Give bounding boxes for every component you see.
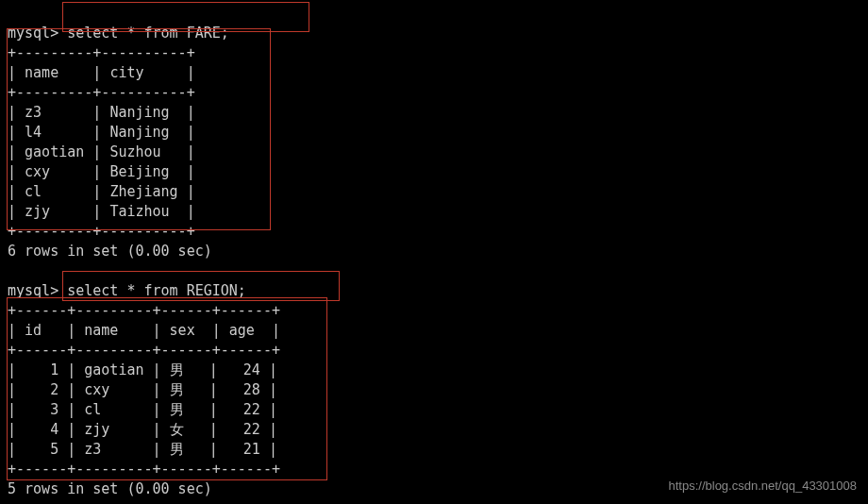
fare-cell: zjy [25,203,50,220]
fare-cell: Zhejiang [109,183,177,200]
region-cell: 24 [243,361,260,378]
col-age: age [229,322,255,339]
region-cell: z3 [84,441,101,458]
col-name: name [84,322,118,339]
fare-cell: z3 [25,104,42,121]
region-cell: 1 [50,361,58,378]
terminal-output: mysql> select * from FARE; +---------+--… [0,0,868,503]
col-city: city [109,64,143,81]
fare-cell: Suzhou [109,143,160,160]
region-cell: 男 [170,401,184,418]
region-cell: 女 [170,421,184,438]
fare-cell: gaotian [25,143,84,160]
mysql-prompt: mysql> [8,282,58,299]
watermark: https://blog.csdn.net/qq_43301008 [669,478,858,495]
col-id: id [25,322,42,339]
region-cell: 男 [170,381,184,398]
sql-query-region: select * from REGION; [67,282,246,299]
region-cell: 3 [50,401,58,418]
region-cell: 5 [50,441,58,458]
fare-footer: 6 rows in set (0.00 sec) [8,243,212,260]
fare-cell: l4 [25,124,42,141]
region-cell: 22 [243,401,260,418]
region-cell: gaotian [84,361,143,378]
col-sex: sex [170,322,195,339]
region-cell: 男 [170,441,184,458]
fare-cell: Nanjing [109,104,169,121]
fare-cell: cl [25,183,42,200]
region-cell: 4 [50,421,58,438]
fare-cell: cxy [25,163,50,180]
region-cell: cxy [84,381,109,398]
fare-cell: Nanjing [109,124,169,141]
fare-cell: Taizhou [109,203,169,220]
region-cell: zjy [84,421,109,438]
col-name: name [25,64,58,81]
region-cell: 28 [243,381,260,398]
region-cell: 男 [170,361,184,378]
region-cell: cl [84,401,101,418]
region-cell: 2 [50,381,58,398]
sql-query-fare: select * from FARE; [67,25,229,42]
fare-cell: Beijing [109,163,169,180]
mysql-prompt: mysql> [8,25,58,42]
region-footer: 5 rows in set (0.00 sec) [8,480,212,497]
region-cell: 22 [243,421,260,438]
region-cell: 21 [243,441,260,458]
